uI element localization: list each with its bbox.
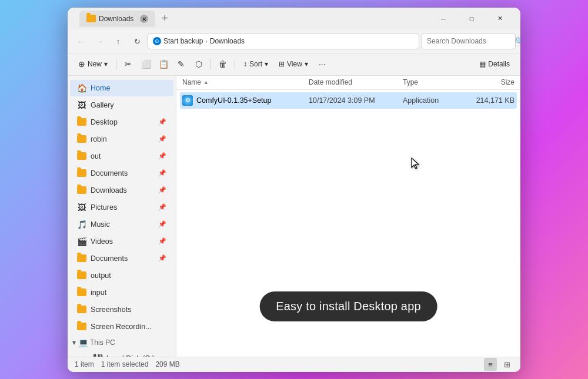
col-date-header[interactable]: Date modified [309, 78, 403, 86]
sidebar-item-downloads[interactable]: Downloads 📌 [70, 182, 173, 199]
view-dropdown-icon: ▾ [305, 60, 308, 68]
gallery-icon: 🖼 [77, 100, 86, 110]
details-panel-icon: ▦ [479, 60, 486, 68]
folder-downloads-icon [77, 186, 86, 195]
copy-btn[interactable]: ⬜ [138, 56, 154, 72]
pin-icon-documents: 📌 [158, 169, 166, 177]
view-label: View [287, 60, 302, 68]
col-type-header[interactable]: Type [403, 78, 462, 86]
folder-pictures-icon: 🖼 [77, 203, 86, 212]
maximize-btn[interactable]: □ [458, 11, 485, 27]
folder-documents2-icon [77, 254, 86, 263]
cut-btn[interactable]: ✂ [120, 56, 136, 72]
sidebar-item-robin[interactable]: robin 📌 [70, 131, 173, 147]
sidebar-label-robin: robin [91, 135, 107, 143]
folder-documents-icon [77, 169, 86, 178]
file-list: ⚙ ComfyUI-0.1.35+Setup 10/17/2024 3:09 P… [176, 90, 520, 357]
this-pc-icon: 💻 [78, 338, 88, 347]
tab-title: Downloads [99, 15, 133, 23]
breadcrumb-end: Downloads [210, 37, 245, 45]
sidebar-item-local-disk[interactable]: ▶ 💾 Local Disk (C:) [70, 350, 173, 357]
status-right: ≡ ⊞ [484, 358, 513, 371]
rename-btn[interactable]: ✎ [173, 56, 189, 72]
sidebar: 🏠 Home 🖼 Gallery Desktop 📌 [68, 76, 176, 357]
sep-2 [211, 59, 211, 69]
tab-close-btn[interactable]: × [140, 15, 148, 23]
new-tab-btn[interactable]: + [158, 12, 172, 26]
col-size-header[interactable]: Size [462, 78, 514, 86]
sidebar-label-desktop: Desktop [91, 118, 118, 126]
sidebar-label-screenshots: Screenshots [91, 306, 131, 314]
sidebar-label-input: input [91, 289, 106, 297]
new-dropdown-icon: ▾ [104, 60, 108, 68]
music-icon: 🎵 [77, 220, 86, 229]
forward-btn[interactable]: → [91, 33, 108, 49]
sidebar-item-desktop[interactable]: Desktop 📌 [70, 114, 173, 130]
col-name-header[interactable]: Name ▲ [182, 78, 309, 86]
sidebar-label-downloads: Downloads [91, 186, 127, 194]
file-date: 10/17/2024 3:09 PM [309, 96, 403, 105]
details-view-btn[interactable]: ≡ [484, 358, 497, 371]
file-app-icon: ⚙ [182, 95, 193, 106]
paste-btn[interactable]: 📋 [155, 56, 172, 72]
sidebar-item-music[interactable]: 🎵 Music 📌 [70, 216, 173, 233]
this-pc-section[interactable]: ▾ 💻 This PC [68, 336, 176, 350]
new-label: New [88, 60, 102, 68]
sidebar-item-videos[interactable]: 🎬 Videos 📌 [70, 233, 173, 250]
address-bar[interactable]: ⊙ Start backup › Downloads [148, 33, 419, 49]
view-btn[interactable]: ⊞ View ▾ [274, 56, 313, 72]
more-btn[interactable]: ··· [314, 56, 330, 72]
share-btn[interactable]: ⬡ [191, 56, 207, 72]
sidebar-item-documents2[interactable]: Documents 📌 [70, 250, 173, 267]
pin-icon-music: 📌 [158, 220, 166, 228]
back-btn[interactable]: ← [72, 33, 89, 49]
item-count: 1 item [75, 360, 94, 368]
sidebar-item-input[interactable]: input [70, 284, 173, 301]
sidebar-label-home: Home [91, 84, 110, 92]
shield-icon: ⊙ [153, 37, 161, 45]
new-btn[interactable]: ⊕ New ▾ [74, 56, 112, 72]
file-size: 214,171 KB [462, 96, 514, 105]
search-input[interactable] [427, 37, 515, 45]
sidebar-item-output[interactable]: output [70, 267, 173, 284]
details-btn[interactable]: ▦ Details [475, 56, 514, 72]
file-area: Name ▲ Date modified Type Size [176, 76, 520, 357]
selected-size: 209 MB [155, 360, 179, 368]
large-icons-view-btn[interactable]: ⊞ [500, 358, 513, 371]
sidebar-label-videos: Videos [91, 237, 113, 246]
sidebar-item-screen-recording[interactable]: Screen Recordin... [70, 318, 173, 335]
main-area: 🏠 Home 🖼 Gallery Desktop 📌 [68, 76, 520, 357]
sidebar-item-out[interactable]: out 📌 [70, 148, 173, 165]
sidebar-label-output: output [91, 271, 111, 280]
sort-btn[interactable]: ↕ Sort ▾ [239, 56, 273, 72]
search-icon: 🔍 [515, 37, 520, 46]
sidebar-label-gallery: Gallery [91, 101, 114, 109]
title-bar: Downloads × + ─ □ ✕ [68, 8, 520, 30]
sidebar-item-screenshots[interactable]: Screenshots [70, 301, 173, 318]
sidebar-label-documents2: Documents [91, 254, 128, 263]
sidebar-item-home[interactable]: 🏠 Home [70, 80, 173, 96]
sidebar-item-pictures[interactable]: 🖼 Pictures 📌 [70, 199, 173, 216]
delete-btn[interactable]: 🗑 [215, 56, 231, 72]
col-date-label: Date modified [309, 78, 352, 86]
folder-robin-icon [77, 135, 86, 144]
sidebar-item-gallery[interactable]: 🖼 Gallery [70, 97, 173, 113]
breadcrumb-start: Start backup [163, 37, 203, 45]
minimize-btn[interactable]: ─ [430, 11, 457, 27]
refresh-btn[interactable]: ↻ [129, 33, 145, 49]
view-icon: ⊞ [279, 60, 285, 68]
sort-arrow: ▲ [203, 79, 209, 85]
sidebar-label-pictures: Pictures [91, 203, 117, 212]
pin-icon-out: 📌 [158, 152, 166, 160]
close-btn[interactable]: ✕ [486, 11, 513, 27]
videos-icon: 🎬 [77, 237, 86, 246]
file-row[interactable]: ⚙ ComfyUI-0.1.35+Setup 10/17/2024 3:09 P… [180, 92, 517, 109]
search-bar[interactable]: 🔍 [422, 33, 516, 49]
app-icon: ⚙ [182, 95, 193, 106]
folder-out-icon [77, 152, 86, 161]
toolbar: ⊕ New ▾ ✂ ⬜ 📋 ✎ ⬡ 🗑 ↕ Sort ▾ ⊞ View ▾ ··… [68, 53, 520, 76]
pin-icon-pictures: 📌 [158, 203, 166, 211]
up-btn[interactable]: ↑ [110, 33, 126, 49]
active-tab[interactable]: Downloads × [79, 11, 155, 27]
sidebar-item-documents[interactable]: Documents 📌 [70, 165, 173, 182]
